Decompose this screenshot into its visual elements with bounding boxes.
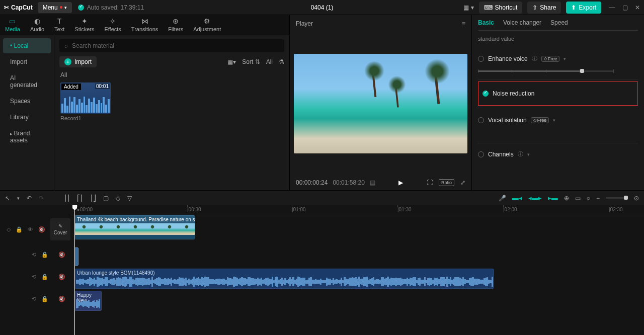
- tab-stickers[interactable]: ✦Stickers: [69, 15, 99, 35]
- pencil-icon: ✎: [58, 223, 62, 229]
- lock-icon[interactable]: 🔒: [41, 296, 48, 302]
- project-title: 0404 (1): [311, 4, 334, 11]
- timeline[interactable]: ▸00:00 |00:30 |01:00 |01:30 |02:00 |02:3…: [0, 205, 644, 335]
- nav-library[interactable]: Library: [3, 110, 51, 125]
- clip-label: Thailand 4k beach background. Paradise n…: [75, 216, 195, 223]
- enhance-voice-radio[interactable]: [478, 56, 484, 62]
- chevron-down-icon[interactable]: ▾: [527, 152, 530, 157]
- playhead[interactable]: [74, 205, 75, 335]
- nav-ai[interactable]: AI generated: [3, 70, 51, 93]
- info-icon[interactable]: ⓘ: [518, 150, 523, 158]
- props-tab-speed[interactable]: Speed: [550, 19, 568, 26]
- nav-spaces[interactable]: Spaces: [3, 94, 51, 109]
- audio-icon: ◐: [34, 17, 40, 25]
- search-input[interactable]: ⌕ Search material: [59, 39, 284, 52]
- link-icon[interactable]: ⊕: [564, 195, 569, 202]
- vocal-isolation-radio[interactable]: [478, 117, 484, 123]
- audio-clip[interactable]: Happy New: [74, 291, 102, 311]
- mute-icon[interactable]: 🔇: [58, 274, 65, 280]
- maximize-icon[interactable]: ▢: [622, 4, 628, 11]
- text-icon: T: [57, 17, 62, 25]
- zoom-slider[interactable]: [606, 197, 628, 199]
- minus-icon[interactable]: −: [596, 195, 600, 202]
- eye-icon[interactable]: 👁: [28, 226, 33, 233]
- track-toggle-icon[interactable]: ⟲: [32, 252, 36, 258]
- play-button[interactable]: ▶: [398, 179, 403, 186]
- compare-icon[interactable]: ▤: [370, 179, 375, 186]
- enhance-voice-slider[interactable]: [478, 70, 614, 72]
- preview-icon[interactable]: ▭: [575, 195, 581, 202]
- tab-text[interactable]: TText: [49, 15, 69, 35]
- magnet-left-icon[interactable]: ▬◂: [512, 194, 522, 202]
- vocal-isolation-label: Vocal isolation: [488, 117, 527, 124]
- props-tab-basic[interactable]: Basic: [478, 19, 494, 26]
- player-canvas[interactable]: [294, 54, 467, 153]
- minimize-icon[interactable]: ―: [609, 4, 615, 11]
- track-toggle-icon[interactable]: ⟲: [32, 274, 36, 280]
- lock-icon[interactable]: 🔒: [41, 274, 48, 280]
- tab-adjustment[interactable]: ⚙Adjustment: [188, 15, 226, 35]
- lock-icon[interactable]: 🔒: [41, 252, 48, 258]
- timeline-ruler[interactable]: ▸00:00 |00:30 |01:00 |01:30 |02:00 |02:3…: [70, 205, 644, 215]
- menu-button[interactable]: Menu▾: [38, 2, 72, 13]
- media-panel: ⌕ Search material + Import ▦▾ Sort ⇅ All…: [54, 15, 289, 190]
- layout-icon[interactable]: ▦ ▾: [463, 4, 473, 11]
- bookmark-icon[interactable]: ▽: [127, 195, 132, 202]
- tab-audio[interactable]: ◐Audio: [25, 15, 49, 35]
- chevron-down-icon[interactable]: ▾: [17, 196, 20, 201]
- magnet-icon[interactable]: ◂▬▸: [528, 194, 542, 202]
- split-icon[interactable]: ⎮⎮: [64, 195, 70, 202]
- mute-icon[interactable]: 🔇: [58, 252, 65, 258]
- pointer-icon[interactable]: ↖: [5, 195, 10, 202]
- delete-icon[interactable]: ▢: [103, 195, 109, 202]
- shortcut-button[interactable]: ⌨Shortcut: [479, 2, 523, 14]
- tab-effects[interactable]: ✧Effects: [99, 15, 126, 35]
- undo-icon[interactable]: ↶: [27, 195, 32, 202]
- crop-icon[interactable]: ⛶: [427, 179, 433, 186]
- noise-reduction-radio[interactable]: [482, 91, 489, 97]
- export-button[interactable]: ⬆Export: [566, 2, 601, 14]
- close-icon[interactable]: ✕: [635, 4, 640, 11]
- grid-view-icon[interactable]: ▦▾: [227, 58, 236, 65]
- share-button[interactable]: ⇧Share: [527, 2, 561, 14]
- effects-icon: ✧: [110, 17, 116, 25]
- trim-right-icon[interactable]: ⎮⎦: [90, 195, 96, 202]
- mic-icon[interactable]: 🎤: [499, 195, 506, 202]
- tab-transitions[interactable]: ⋈Transitions: [126, 15, 163, 35]
- zoom-fit-icon[interactable]: ⊙: [634, 195, 639, 202]
- nav-brand[interactable]: Brand assets: [3, 126, 51, 148]
- cover-button[interactable]: ✎ Cover: [50, 218, 70, 240]
- chevron-down-icon[interactable]: ▾: [553, 118, 555, 123]
- audio-clip[interactable]: Urban lounge style BGM(1148490): [74, 269, 494, 289]
- player-menu-icon[interactable]: ≡: [462, 20, 465, 27]
- magnet-right-icon[interactable]: ▸▬: [548, 194, 558, 202]
- filter-icon[interactable]: ⚗: [279, 58, 284, 65]
- video-clip[interactable]: Thailand 4k beach background. Paradise n…: [74, 215, 195, 239]
- recording-clip[interactable]: [74, 247, 78, 266]
- nav-import[interactable]: Import: [3, 54, 51, 69]
- nav-local[interactable]: • Local: [3, 38, 51, 53]
- marker-icon[interactable]: ◇: [116, 195, 120, 202]
- tab-filters[interactable]: ⊛Filters: [163, 15, 188, 35]
- sort-button[interactable]: Sort ⇅: [242, 58, 260, 65]
- clip-label: Urban lounge style BGM(1148490): [77, 269, 155, 277]
- import-button[interactable]: + Import: [59, 56, 97, 67]
- channels-radio[interactable]: [478, 151, 484, 157]
- adjustment-icon: ⚙: [204, 17, 210, 25]
- media-item[interactable]: Added 00:01 Record1: [60, 82, 111, 121]
- filter-all[interactable]: All: [266, 58, 273, 65]
- mute-icon[interactable]: 🔇: [38, 226, 45, 233]
- chevron-down-icon[interactable]: ▾: [564, 56, 566, 61]
- trim-left-icon[interactable]: ⎡⎮: [77, 195, 83, 202]
- lock-icon[interactable]: 🔒: [16, 226, 23, 233]
- redo-icon[interactable]: ↷: [39, 195, 44, 202]
- fullscreen-icon[interactable]: ⤢: [460, 179, 465, 186]
- track-toggle-icon[interactable]: ◇: [7, 226, 11, 233]
- info-icon[interactable]: ⓘ: [532, 55, 537, 62]
- track-toggle-icon[interactable]: ⟲: [32, 296, 36, 302]
- tab-media[interactable]: ▭Media: [0, 15, 25, 35]
- zoom-out-icon[interactable]: ○: [587, 195, 590, 202]
- mute-icon[interactable]: 🔇: [58, 296, 65, 302]
- ratio-button[interactable]: Ratio: [439, 179, 454, 186]
- props-tab-voice-changer[interactable]: Voice changer: [503, 19, 541, 26]
